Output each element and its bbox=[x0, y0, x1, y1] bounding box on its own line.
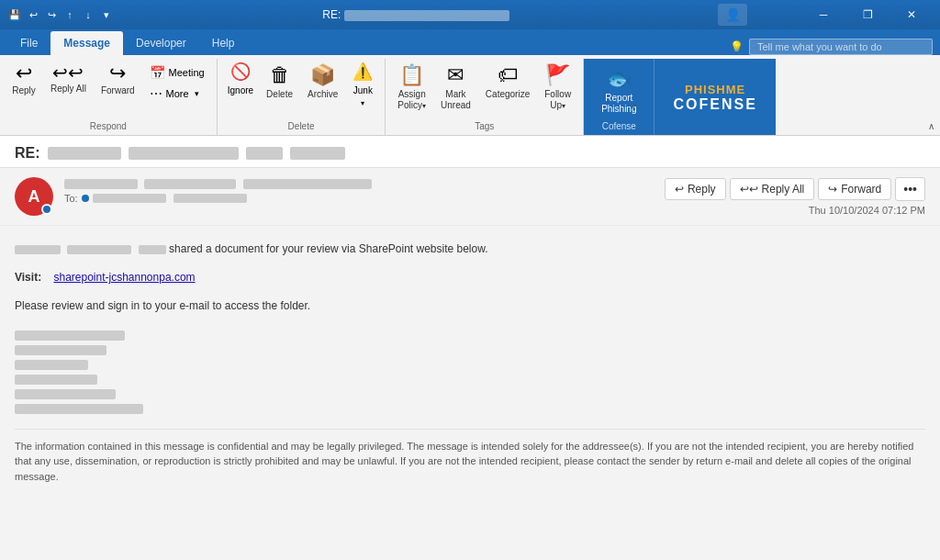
report-phishing-icon: 🐟 bbox=[607, 67, 632, 91]
respond-group: ↩ Reply ↩↩ Reply All ↪ Forward 📅 Meeting bbox=[0, 59, 218, 135]
search-input[interactable] bbox=[749, 39, 933, 55]
assign-policy-button[interactable]: 📋 AssignPolicy▾ bbox=[391, 59, 432, 116]
cofense-logo-area: PHISHME COFENSE bbox=[654, 59, 775, 135]
email-timestamp: Thu 10/10/2024 07:12 PM bbox=[809, 205, 925, 216]
meeting-button[interactable]: 📅 Meeting bbox=[143, 62, 211, 83]
ignore-icon: 🚫 bbox=[230, 62, 251, 82]
tab-developer[interactable]: Developer bbox=[123, 31, 199, 55]
delete-group: 🚫 Ignore 🗑 Delete 📦 Archive ⚠️ Junk ▾ De… bbox=[218, 59, 386, 135]
email-action-buttons: ↩ Reply ↩↩ Reply All ↪ Forward ••• bbox=[665, 177, 925, 201]
subject-redacted-4 bbox=[290, 147, 345, 160]
reply-icon: ↩ bbox=[675, 183, 684, 196]
delete-button[interactable]: 🗑 Delete bbox=[260, 59, 299, 105]
sender-email-redacted bbox=[243, 179, 372, 189]
assign-policy-label: AssignPolicy▾ bbox=[397, 89, 426, 111]
body-redacted-1 bbox=[15, 245, 61, 254]
ribbon-collapse-button[interactable]: ∧ bbox=[922, 117, 940, 135]
close-button[interactable]: ✕ bbox=[890, 0, 933, 29]
tags-expand-icon[interactable]: ↗ bbox=[630, 101, 637, 111]
review-line: Please review and sign in to your e-mail… bbox=[15, 297, 925, 315]
customize-icon[interactable]: ▾ bbox=[99, 7, 114, 22]
window-controls: ─ ❐ ✕ bbox=[802, 0, 933, 29]
follow-up-icon: 🚩 bbox=[545, 63, 570, 87]
follow-up-button[interactable]: 🚩 FollowUp▾ bbox=[538, 59, 577, 116]
tags-group: 📋 AssignPolicy▾ ✉ MarkUnread 🏷 Categoriz… bbox=[386, 59, 584, 135]
cofense-group: 🐟 ReportPhishing Cofense bbox=[584, 59, 654, 135]
delete-label: Delete bbox=[266, 89, 293, 100]
subject-redacted-2 bbox=[129, 147, 239, 160]
sender-info-block bbox=[15, 330, 925, 414]
subject-redacted-1 bbox=[48, 147, 121, 160]
sender-info-line-5 bbox=[15, 389, 116, 399]
to-dot bbox=[82, 195, 89, 202]
cofense-logo: PHISHME COFENSE bbox=[673, 83, 756, 113]
mark-unread-label: MarkUnread bbox=[441, 89, 471, 111]
subject-redacted-3 bbox=[246, 147, 283, 160]
sender-info-line-1 bbox=[15, 330, 125, 341]
user-avatar-btn[interactable]: 👤 bbox=[718, 4, 747, 26]
title-bar-quick-access: 💾 ↩ ↪ ↑ ↓ ▾ bbox=[7, 7, 114, 22]
move-down-icon[interactable]: ↓ bbox=[81, 7, 95, 22]
forward-button[interactable]: ↪ Forward bbox=[95, 59, 141, 101]
tab-bar: File Message Developer Help 💡 bbox=[0, 29, 940, 55]
to-label: To: bbox=[64, 193, 78, 204]
body-redacted-3 bbox=[139, 245, 166, 254]
email-to-field: To: bbox=[64, 193, 654, 204]
respond-group-label: Respond bbox=[6, 119, 211, 133]
minimize-button[interactable]: ─ bbox=[802, 0, 845, 29]
tab-message[interactable]: Message bbox=[50, 31, 123, 55]
redo-icon[interactable]: ↪ bbox=[44, 7, 59, 22]
email-header-info: To: bbox=[64, 177, 654, 204]
forward-icon: ↪ bbox=[828, 183, 837, 196]
email-more-button[interactable]: ••• bbox=[895, 177, 925, 201]
to-redacted-2 bbox=[173, 194, 247, 203]
move-up-icon[interactable]: ↑ bbox=[62, 7, 77, 22]
email-forward-button[interactable]: ↪ Forward bbox=[818, 178, 891, 200]
categorize-button[interactable]: 🏷 Categorize bbox=[479, 59, 536, 105]
save-icon[interactable]: 💾 bbox=[7, 7, 22, 22]
window-title: RE: bbox=[114, 8, 718, 21]
sender-name-redacted-1 bbox=[64, 179, 138, 189]
sender-name-redacted-2 bbox=[144, 179, 236, 189]
tab-file[interactable]: File bbox=[7, 31, 50, 55]
reply-all-button[interactable]: ↩↩ Reply All bbox=[44, 59, 93, 99]
sender-url-line bbox=[15, 404, 143, 414]
visit-url[interactable]: sharepoint-jcshannonpa.com bbox=[53, 271, 195, 284]
shared-text-content: shared a document for your review via Sh… bbox=[169, 242, 488, 255]
archive-label: Archive bbox=[308, 89, 338, 100]
reply-button[interactable]: ↩ Reply bbox=[6, 59, 42, 101]
email-reply-button[interactable]: ↩ Reply bbox=[665, 178, 726, 200]
respond-small-group: 📅 Meeting ⋯ More ▾ bbox=[143, 59, 211, 104]
email-header: A To: ↩ Reply ↩↩ bbox=[0, 168, 940, 226]
junk-button[interactable]: ⚠️ Junk ▾ bbox=[346, 59, 379, 110]
categorize-label: Categorize bbox=[486, 89, 530, 100]
visit-line: Visit: sharepoint-jcshannonpa.com bbox=[15, 269, 925, 286]
junk-icon: ⚠️ bbox=[352, 62, 373, 82]
ignore-label: Ignore bbox=[228, 85, 253, 95]
more-respond-button[interactable]: ⋯ More ▾ bbox=[143, 84, 211, 104]
reply-btn-label: Reply bbox=[688, 183, 716, 196]
ignore-button[interactable]: 🚫 Ignore bbox=[223, 59, 258, 98]
meeting-label: Meeting bbox=[169, 67, 205, 78]
mark-unread-button[interactable]: ✉ MarkUnread bbox=[434, 59, 477, 116]
tab-help[interactable]: Help bbox=[199, 31, 248, 55]
more-dropdown-icon: ▾ bbox=[195, 89, 199, 98]
email-reply-all-button[interactable]: ↩↩ Reply All bbox=[730, 178, 815, 200]
reply-all-icon: ↩↩ bbox=[52, 63, 84, 82]
ribbon: ↩ Reply ↩↩ Reply All ↪ Forward 📅 Meeting bbox=[0, 55, 940, 136]
sender-name bbox=[64, 177, 654, 190]
shared-text-line: shared a document for your review via Sh… bbox=[15, 241, 925, 258]
mark-unread-icon: ✉ bbox=[447, 63, 464, 87]
cofense-group-label: Cofense bbox=[595, 119, 643, 133]
reply-label: Reply bbox=[12, 85, 36, 96]
undo-icon[interactable]: ↩ bbox=[26, 7, 40, 22]
forward-btn-label: Forward bbox=[841, 183, 881, 196]
forward-label: Forward bbox=[101, 85, 135, 96]
disclaimer-text: The information contained in this messag… bbox=[15, 429, 925, 485]
lightbulb-icon: 💡 bbox=[730, 40, 744, 53]
restore-button[interactable]: ❐ bbox=[846, 0, 889, 29]
sender-avatar: A bbox=[15, 177, 53, 216]
search-area: 💡 bbox=[730, 39, 933, 55]
sender-info-line-3 bbox=[15, 360, 88, 370]
archive-button[interactable]: 📦 Archive bbox=[301, 59, 344, 105]
